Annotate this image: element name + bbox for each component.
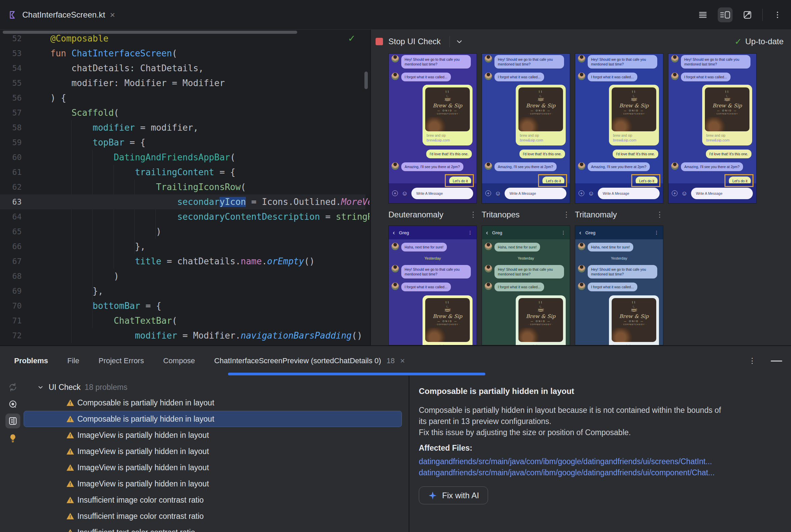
preview-card[interactable]: ‹Greg⋮Haha, next time for sure!Yesterday… <box>482 226 570 345</box>
minimize-icon[interactable] <box>771 361 782 362</box>
ui-check-tree-header[interactable]: UI Check 18 problems <box>36 380 127 395</box>
code-line[interactable]: 68 ) <box>0 269 365 284</box>
add-icon[interactable]: + <box>672 190 678 196</box>
code-line[interactable]: 53fun ChatInterfaceScreen( <box>0 46 365 61</box>
message-input[interactable]: Write A Message <box>504 188 566 199</box>
code-line[interactable]: 60 DatingAndFriendsAppBar( <box>0 150 365 165</box>
link-url[interactable]: brew&sip.com <box>613 138 656 142</box>
chat-app-bar: ‹Greg⋮ <box>575 226 663 239</box>
preview-card[interactable]: Hey! Should we go to that cafe you menti… <box>482 53 570 204</box>
tab-close-icon[interactable]: × <box>110 11 115 19</box>
code-line[interactable]: 64 secondaryContentDescription = stringR… <box>0 209 365 224</box>
coffee-cup-icon: ☕ <box>518 304 563 313</box>
fix-with-ai-button[interactable]: Fix with AI <box>419 487 488 504</box>
message-input[interactable]: Write A Message <box>411 188 473 199</box>
preview-card[interactable]: ‹Greg⋮Haha, next time for sure!Yesterday… <box>388 226 477 345</box>
code-line[interactable]: 58 modifier = modifier, <box>0 120 365 135</box>
description-line: Fix this issue by adjusting the size or … <box>419 427 786 438</box>
problem-row[interactable]: Composable is partially hidden in layout <box>24 395 402 411</box>
emoji-icon[interactable]: ☺ <box>681 190 687 196</box>
code-line[interactable]: 73 onAddClick = {} <box>0 343 365 345</box>
problem-row[interactable]: Insufficient text color contrast ratio <box>24 524 402 532</box>
inspections-ok-icon[interactable]: ✓ <box>348 33 356 44</box>
back-icon[interactable]: ‹ <box>486 230 488 235</box>
code-line[interactable]: 61 trailingContent = { <box>0 165 365 179</box>
code-line[interactable]: 56) { <box>0 91 365 105</box>
more-options-icon[interactable]: ⋮ <box>468 230 473 235</box>
code-line[interactable]: 55 modifier: Modifier = Modifier <box>0 76 365 91</box>
emoji-icon[interactable]: ☺ <box>495 190 501 196</box>
brand-tagline: · COFFEETCHSIDY · <box>612 113 656 115</box>
chevron-down-icon[interactable] <box>455 37 464 46</box>
problem-row[interactable]: ImageView is partially hidden in layout <box>24 476 402 492</box>
more-options-icon[interactable]: ⋮ <box>561 230 566 235</box>
more-options-icon[interactable]: ⋮ <box>563 210 570 219</box>
code-line[interactable]: 67 title = chatDetails.name.orEmpty() <box>0 254 365 269</box>
affected-files-links: datingandfriends/src/main/java/com/ibm/g… <box>419 456 786 478</box>
message-input[interactable]: Write A Message <box>691 188 753 199</box>
lightbulb-icon[interactable] <box>5 431 20 445</box>
problem-row[interactable]: ImageView is partially hidden in layout <box>24 459 402 476</box>
code-editor[interactable]: 52@Composable53fun ChatInterfaceScreen(5… <box>0 30 369 345</box>
code-line[interactable]: 70 bottomBar = { <box>0 299 365 313</box>
more-options-icon[interactable]: ⋮ <box>749 357 756 365</box>
add-icon[interactable]: + <box>578 190 584 196</box>
problem-row[interactable]: Composable is partially hidden in layout <box>24 411 402 427</box>
preview-card[interactable]: Hey! Should we go to that cafe you menti… <box>575 53 663 204</box>
refresh-icon[interactable] <box>5 380 20 395</box>
code-line[interactable]: 66 }, <box>0 239 365 254</box>
code-line[interactable]: 52@Composable <box>0 31 365 46</box>
code-line[interactable]: 57 Scaffold( <box>0 105 365 120</box>
problem-row[interactable]: Insufficient image color contrast ratio <box>24 508 402 524</box>
emoji-icon[interactable]: ☺ <box>402 190 408 196</box>
link-url[interactable]: brew&sip.com <box>427 138 470 142</box>
tab-file[interactable]: File <box>67 357 79 365</box>
tab-compose[interactable]: Compose <box>163 357 195 365</box>
editor-tab-strip: ChatInterfaceScreen.kt × <box>0 0 791 30</box>
more-options-icon[interactable]: ⋮ <box>470 210 477 219</box>
stop-ui-check-button[interactable]: Stop UI Check <box>388 37 441 46</box>
tab-close-icon[interactable]: × <box>400 356 405 366</box>
preview-card[interactable]: Hey! Should we go to that cafe you menti… <box>388 53 477 204</box>
code-line[interactable]: 72 modifier = Modifier.navigationBarsPad… <box>0 328 365 343</box>
vertical-scrollbar[interactable] <box>364 72 368 89</box>
code-line[interactable]: 71 ChatTextBar( <box>0 313 365 328</box>
tab-preview[interactable]: ChatInterfaceScreenPreview (sortedChatDe… <box>214 356 405 366</box>
more-options-icon[interactable]: ⋮ <box>656 210 663 219</box>
back-icon[interactable]: ‹ <box>393 230 395 235</box>
affected-file-link[interactable]: datingandfriends/src/main/java/com/ibm/g… <box>419 467 786 478</box>
chevron-down-icon[interactable] <box>36 383 44 391</box>
message-input[interactable]: Write A Message <box>598 188 660 199</box>
preview-card[interactable]: ‹Greg⋮Haha, next time for sure!Yesterday… <box>575 226 663 345</box>
link-url[interactable]: brew&sip.com <box>520 138 563 142</box>
split-view-icon[interactable] <box>718 7 733 22</box>
design-view-icon[interactable] <box>740 7 755 22</box>
back-icon[interactable]: ‹ <box>579 230 581 235</box>
emoji-icon[interactable]: ☺ <box>588 190 594 196</box>
code-view-icon[interactable] <box>695 7 710 22</box>
code-line[interactable]: 63 secondaryIcon = Icons.Outlined.MoreVe… <box>0 194 365 209</box>
problem-row[interactable]: ImageView is partially hidden in layout <box>24 443 402 459</box>
code-line[interactable]: 54 chatDetails: ChatDetails, <box>0 61 365 76</box>
add-icon[interactable]: + <box>392 190 398 196</box>
preview-problems-icon[interactable] <box>5 397 20 412</box>
code-line[interactable]: 65 ) <box>0 224 365 239</box>
editor-tab[interactable]: ChatInterfaceScreen.kt × <box>0 0 124 30</box>
tab-problems[interactable]: Problems <box>14 357 48 365</box>
panel-divider[interactable] <box>409 376 409 532</box>
code-line[interactable]: 59 topBar = { <box>0 135 365 150</box>
details-layout-icon[interactable] <box>5 414 20 429</box>
preview-card[interactable]: Hey! Should we go to that cafe you menti… <box>668 53 757 204</box>
tab-project-errors[interactable]: Project Errors <box>99 357 144 365</box>
stop-icon[interactable] <box>375 38 383 45</box>
code-line[interactable]: 69 }, <box>0 284 365 299</box>
add-icon[interactable]: + <box>485 190 491 196</box>
affected-file-link[interactable]: datingandfriends/src/main/java/com/ibm/g… <box>419 456 786 467</box>
link-url[interactable]: brew&sip.com <box>706 138 750 142</box>
code-line[interactable]: 62 TrailingIconsRow( <box>0 179 365 194</box>
more-options-icon[interactable]: ⋮ <box>654 230 659 235</box>
more-options-icon[interactable] <box>770 7 785 22</box>
problem-row[interactable]: Insufficient image color contrast ratio <box>24 492 402 508</box>
problem-row[interactable]: ImageView is partially hidden in layout <box>24 427 402 443</box>
chat-message: Hey! Should we go to that cafe you menti… <box>671 55 751 69</box>
